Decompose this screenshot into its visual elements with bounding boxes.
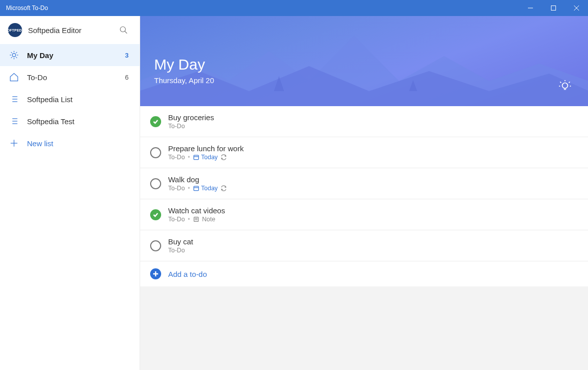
svg-rect-42: [194, 217, 198, 222]
maximize-button[interactable]: [542, 0, 565, 16]
empty-area: [140, 286, 588, 370]
task-meta: To-Do: [168, 247, 193, 254]
new-list-label: New list: [27, 139, 131, 148]
sidebar-item-label: My Day: [27, 51, 117, 60]
task-row[interactable]: Watch cat videos To-Do• Note: [140, 199, 588, 230]
suggestions-button[interactable]: [556, 77, 574, 95]
app-window: Microsoft To-Do SOFTPEDIA Softpedia Edit…: [0, 0, 588, 370]
svg-line-12: [16, 57, 17, 58]
task-meta: To-Do• Today: [168, 154, 244, 161]
repeat-icon: [221, 185, 227, 191]
svg-rect-1: [551, 6, 556, 11]
sidebar-item-softpedia-test[interactable]: Softpedia Test: [0, 110, 140, 132]
search-button[interactable]: [116, 22, 132, 38]
lightbulb-icon: [558, 80, 571, 93]
note-icon: [193, 216, 199, 222]
task-row[interactable]: Walk dog To-Do• Today: [140, 168, 588, 199]
home-icon: [9, 72, 19, 82]
task-meta: To-Do• Today: [168, 185, 227, 192]
svg-line-14: [16, 52, 17, 53]
task-checkbox[interactable]: [150, 240, 161, 251]
task-checkbox[interactable]: [150, 178, 161, 189]
task-checkbox[interactable]: [150, 209, 161, 220]
due-label: Today: [201, 154, 218, 161]
task-row[interactable]: Buy groceries To-Do: [140, 106, 588, 137]
task-checkbox[interactable]: [150, 116, 161, 127]
sidebar-item-todo[interactable]: To-Do 6: [0, 66, 140, 88]
task-title: Watch cat videos: [168, 206, 225, 215]
list-icon: [9, 94, 19, 104]
profile-row[interactable]: SOFTPEDIA Softpedia Editor: [0, 16, 140, 44]
task-title: Buy groceries: [168, 113, 214, 122]
note-label: Note: [202, 216, 215, 223]
task-title: Prepare lunch for work: [168, 144, 244, 153]
sidebar-item-count: 3: [125, 52, 129, 59]
sidebar: SOFTPEDIA Softpedia Editor My Day 3 To-D…: [0, 16, 140, 370]
calendar-icon: [193, 185, 199, 191]
svg-point-31: [562, 83, 568, 89]
close-button[interactable]: [565, 0, 588, 16]
task-meta: To-Do: [168, 123, 214, 130]
svg-point-6: [13, 54, 16, 57]
hero-header: My Day Thursday, April 20: [140, 16, 588, 106]
new-list-button[interactable]: New list: [0, 132, 140, 154]
task-checkbox[interactable]: [150, 147, 161, 158]
task-list: Buy groceries To-Do Prepare lunch for wo…: [140, 106, 588, 286]
sidebar-item-my-day[interactable]: My Day 3: [0, 44, 140, 66]
search-icon: [119, 26, 128, 35]
svg-line-5: [125, 31, 127, 34]
page-title: My Day: [154, 56, 556, 73]
due-label: Today: [201, 185, 218, 192]
sun-icon: [9, 50, 19, 60]
svg-rect-40: [194, 186, 198, 191]
calendar-icon: [193, 154, 199, 160]
page-subtitle: Thursday, April 20: [154, 76, 556, 85]
repeat-icon: [221, 154, 227, 160]
list-icon: [9, 116, 19, 126]
svg-line-11: [11, 52, 12, 53]
sidebar-item-count: 6: [125, 74, 129, 81]
window-controls: [519, 0, 588, 16]
plus-circle-icon: [150, 268, 161, 279]
plus-icon: [9, 138, 19, 148]
sidebar-item-softpedia-list[interactable]: Softpedia List: [0, 88, 140, 110]
main-panel: My Day Thursday, April 20 Buy groceries …: [140, 16, 588, 370]
task-meta: To-Do• Note: [168, 216, 225, 223]
nav-list: My Day 3 To-Do 6 Softpedia List Softpedi…: [0, 44, 140, 154]
title-bar: Microsoft To-Do: [0, 0, 588, 16]
svg-line-34: [569, 82, 570, 83]
check-icon: [153, 119, 159, 125]
task-title: Buy cat: [168, 237, 193, 246]
minimize-button[interactable]: [519, 0, 542, 16]
svg-line-13: [11, 57, 12, 58]
check-icon: [153, 212, 159, 218]
svg-line-35: [560, 82, 561, 83]
svg-rect-38: [194, 155, 198, 160]
avatar: SOFTPEDIA: [8, 23, 22, 37]
add-todo-label: Add a to-do: [168, 270, 207, 278]
task-title: Walk dog: [168, 175, 227, 184]
add-todo-button[interactable]: Add a to-do: [140, 261, 588, 286]
sidebar-item-label: To-Do: [27, 73, 117, 82]
sidebar-item-label: Softpedia List: [27, 95, 121, 104]
task-row[interactable]: Prepare lunch for work To-Do• Today: [140, 137, 588, 168]
svg-point-4: [120, 27, 126, 32]
window-title: Microsoft To-Do: [6, 5, 519, 12]
profile-name: Softpedia Editor: [28, 26, 110, 35]
task-row[interactable]: Buy cat To-Do: [140, 230, 588, 261]
sidebar-item-label: Softpedia Test: [27, 117, 121, 126]
